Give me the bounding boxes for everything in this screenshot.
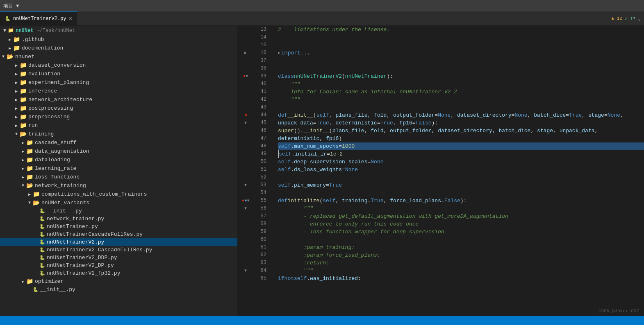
tree-item-experiment_planning[interactable]: ▶📁experiment_planning	[0, 78, 237, 87]
tree-item-documentation[interactable]: ▶📁documentation	[0, 44, 237, 52]
code-line-56[interactable]: """	[278, 205, 644, 212]
tree-item-competitions[interactable]: ▶📁competitions_with_custom_Trainers	[0, 190, 237, 199]
tree-item-cascade_stuff[interactable]: ▶📁cascade_stuff	[0, 138, 237, 147]
tree-item-network_architecture[interactable]: ▶📁network_architecture	[0, 95, 237, 104]
code-line-44[interactable]: def __init__(self, plans_file, fold, out…	[278, 111, 644, 119]
code-line-57[interactable]: - replaced get_default_augmentation with…	[278, 212, 644, 220]
file-tree-container: ▶📁.github▶📁documentation▼📂nnunet▶📁datase…	[0, 35, 237, 293]
editor-content[interactable]: ▶●▼●▼▼●●▼▼▼ 1314151637383940414243444546…	[238, 26, 644, 316]
tree-item-learning_rate[interactable]: ▶📁learning_rate	[0, 164, 237, 173]
code-line-55[interactable]: def initialize(self, training=True, forc…	[278, 197, 644, 205]
code-line-14[interactable]	[278, 34, 644, 41]
tree-item-trainerv2_py[interactable]: 🐍nnUNetTrainerV2.py	[0, 238, 237, 246]
gutter-line-13	[238, 26, 254, 34]
code-line-38[interactable]	[278, 65, 644, 72]
code-line-40[interactable]: """	[278, 80, 644, 88]
tree-item-init_py[interactable]: 🐍__init__.py	[0, 207, 237, 215]
fold-icon[interactable]: ▼	[247, 197, 250, 205]
debug-icon[interactable]: ●	[241, 197, 244, 205]
code-line-62[interactable]: :param force_load_plans:	[278, 251, 644, 259]
code-line-37[interactable]	[278, 57, 644, 65]
code-line-54[interactable]	[278, 189, 644, 197]
tree-item-label: nnUNet_variants	[41, 200, 89, 206]
fold-icon[interactable]: ▼	[244, 181, 247, 189]
fold-icon[interactable]: ▼	[244, 205, 247, 212]
code-line-47[interactable]: deterministic, fp16)	[278, 135, 644, 142]
code-line-39[interactable]: class nnUNetTrainerV2(nnUNetTrainer):	[278, 72, 644, 80]
code-line-46[interactable]: super().__init__(plans_file, fold, outpu…	[278, 127, 644, 135]
tree-item-trainerv2_cascade_py[interactable]: 🐍nnUNetTrainerV2_CascadeFullRes.py	[0, 246, 237, 254]
folder-icon: 📁	[33, 191, 40, 198]
folder-arrow-icon: ▶	[13, 123, 20, 128]
gutter-line-61	[238, 244, 254, 251]
code-line-63[interactable]: :return:	[278, 259, 644, 267]
fold-icon[interactable]: ▼	[244, 119, 247, 127]
code-line-51[interactable]: self.ds_loss_weights = None	[278, 166, 644, 174]
code-line-16[interactable]: ▶import ...	[278, 49, 644, 57]
line-number-41: 41	[254, 88, 270, 96]
file-icon: 🐍	[39, 232, 45, 237]
code-line-61[interactable]: :param training:	[278, 244, 644, 251]
code-line-64[interactable]: """	[278, 267, 644, 275]
code-line-52[interactable]	[278, 174, 644, 181]
folder-arrow-icon: ▼	[26, 201, 33, 205]
code-line-41[interactable]: Info for Fabian: same as internal nnUNet…	[278, 88, 644, 96]
gutter-line-63	[238, 259, 254, 267]
project-header[interactable]: ▼ 📁 nnUNet ~/Task/nnUNet	[0, 26, 237, 35]
gutter-line-49	[238, 150, 254, 158]
fold-icon[interactable]: ▶	[244, 49, 247, 57]
tab-active[interactable]: 🐍 nnUNetTrainerV2.py ×	[0, 11, 77, 25]
tree-item-loss_functions[interactable]: ▶📁loss_functions	[0, 173, 237, 181]
tree-item-network_training[interactable]: ▼📂network_training	[0, 181, 237, 190]
code-line-48[interactable]: self.max_num_epochs = 1000	[278, 142, 644, 150]
breakpoint-icon[interactable]: ●	[243, 72, 246, 80]
tab-close-button[interactable]: ×	[69, 16, 72, 22]
tree-item-postprocessing[interactable]: ▶📁postprocessing	[0, 104, 237, 113]
line-number-57: 57	[254, 212, 270, 220]
code-line-49[interactable]: self.initial_lr = 1e-2	[278, 150, 644, 158]
code-line-42[interactable]: """	[278, 96, 644, 104]
line-number-45: 45	[254, 119, 270, 127]
tree-item-trainerv2_fp32_py[interactable]: 🐍nnUNetTrainerV2_fp32.py	[0, 269, 237, 277]
tree-item-cascade_full_res_py[interactable]: 🐍nnUNetTrainerCascadeFullRes.py	[0, 230, 237, 238]
code-line-50[interactable]: self.deep_supervision_scales = None	[278, 158, 644, 166]
tree-item-nnunet[interactable]: ▼📂nnunet	[0, 52, 237, 61]
tree-item-inference[interactable]: ▶📁inference	[0, 87, 237, 95]
tree-item-evaluation[interactable]: ▶📁evaluation	[0, 70, 237, 78]
code-line-58[interactable]: - enforce to only run this code once	[278, 220, 644, 228]
code-line-53[interactable]: self.pin_memory = True	[278, 181, 644, 189]
folder-arrow-icon: ▼	[13, 132, 20, 136]
code-line-45[interactable]: unpack_data=True, deterministic=True, fp…	[278, 119, 644, 127]
folder-icon: 📁	[20, 113, 27, 120]
tree-item-nnunettrainer_py[interactable]: 🐍nnUNetTrainer.py	[0, 223, 237, 230]
tree-item-label: nnunet	[15, 54, 34, 60]
folder-icon: 📁	[13, 45, 20, 52]
tree-item-dataset_conversion[interactable]: ▶📁dataset_conversion	[0, 61, 237, 70]
code-line-15[interactable]	[278, 41, 644, 49]
tree-item-dataloading[interactable]: ▶📁dataloading	[0, 156, 237, 164]
tree-item-trainerv2_dp_py[interactable]: 🐍nnUNetTrainerV2_DP.py	[0, 262, 237, 269]
code-line-13[interactable]: # limitations under the License.	[278, 26, 644, 34]
code-line-60[interactable]	[278, 236, 644, 244]
code-line-59[interactable]: - loss function wrapper for deep supervi…	[278, 228, 644, 236]
line-number-16: 16	[254, 49, 270, 57]
tree-item-preprocessing[interactable]: ▶📁preprocessing	[0, 113, 237, 121]
tree-item-optimizer[interactable]: ▶📁optimizer	[0, 277, 237, 286]
tree-item-training[interactable]: ▼📂training	[0, 130, 237, 138]
tree-item-nnunet_variants[interactable]: ▼📂nnUNet_variants	[0, 199, 237, 207]
tree-item-github[interactable]: ▶📁.github	[0, 35, 237, 44]
tree-item-trainerv2_ddp_py[interactable]: 🐍nnUNetTrainerV2_DDP.py	[0, 254, 237, 262]
gutter-line-14	[238, 34, 254, 41]
breakpoint-icon[interactable]: ●	[245, 111, 248, 119]
fold-icon[interactable]: ▼	[246, 72, 248, 80]
fold-icon[interactable]: ▼	[244, 267, 247, 275]
title-menu[interactable]: 项目 ▼	[3, 2, 19, 9]
code-line-65[interactable]: if not self.was_initialized:	[278, 275, 644, 282]
chevron-icon[interactable]: ⌄	[638, 16, 641, 21]
code-line-43[interactable]	[278, 104, 644, 111]
tree-item-network_trainer_py[interactable]: 🐍network_trainer.py	[0, 215, 237, 223]
tree-item-init2_py[interactable]: 🐍__init__.py	[0, 286, 237, 293]
tree-item-run[interactable]: ▶📁run	[0, 121, 237, 130]
file-icon: 🐍	[33, 287, 39, 292]
tree-item-data_augmentation[interactable]: ▶📁data_augmentation	[0, 147, 237, 156]
